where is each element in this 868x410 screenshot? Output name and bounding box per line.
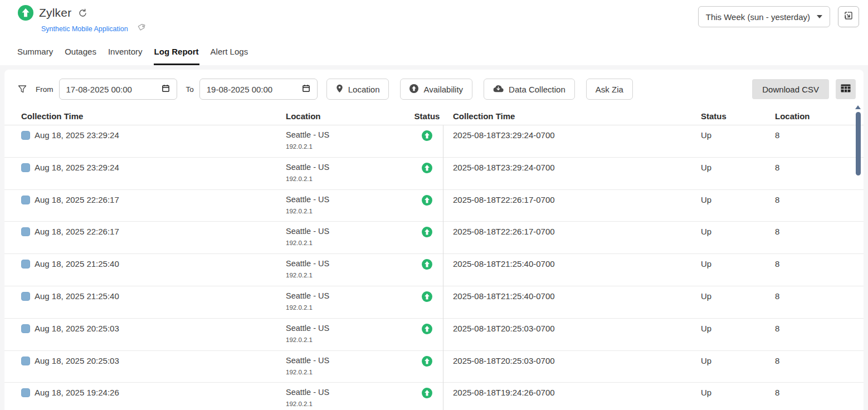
- row-iso-time: 2025-08-18T20:25:03-0700: [443, 356, 696, 383]
- ask-zia-button[interactable]: Ask Zia: [586, 79, 633, 100]
- row-status-text: Up: [696, 324, 771, 350]
- table-row: Aug 18, 2025 23:29:24 Seattle - US 192.0…: [4, 158, 864, 190]
- ask-zia-label: Ask Zia: [596, 85, 623, 94]
- row-time-cell: Aug 18, 2025 21:25:40: [21, 259, 286, 286]
- row-time-cell: Aug 18, 2025 22:26:17: [21, 227, 286, 253]
- header-collection-time-left: Collection Time: [21, 111, 286, 121]
- collection-time-value: Aug 18, 2025 19:24:26: [35, 388, 119, 397]
- row-location-value: 8: [771, 227, 864, 253]
- data-collection-filter-button[interactable]: Data Collection: [484, 79, 575, 100]
- row-location-cell: Seattle - US 192.0.2.1: [286, 324, 411, 350]
- to-datetime-input[interactable]: 19-08-2025 00:00: [199, 79, 318, 100]
- scroll-up-arrow-icon[interactable]: [855, 105, 861, 109]
- table-scrollbar: [855, 105, 861, 175]
- status-up-icon: [422, 388, 432, 410]
- tab-alert-logs[interactable]: Alert Logs: [210, 47, 249, 65]
- row-checkbox[interactable]: [21, 163, 30, 172]
- location-name: Seattle - US: [286, 259, 411, 268]
- row-location-value: 8: [771, 195, 864, 222]
- to-label: To: [186, 85, 194, 94]
- row-checkbox[interactable]: [21, 388, 30, 397]
- location-name: Seattle - US: [286, 356, 411, 365]
- calendar-icon[interactable]: [162, 84, 170, 94]
- row-checkbox[interactable]: [21, 131, 30, 140]
- to-datetime-value: 19-08-2025 00:00: [207, 85, 272, 94]
- row-status-cell: [411, 291, 443, 318]
- popout-button[interactable]: [838, 6, 859, 27]
- row-checkbox[interactable]: [21, 227, 30, 236]
- collection-time-value: Aug 18, 2025 23:29:24: [35, 130, 119, 140]
- up-arrow-circle-icon: [409, 84, 418, 95]
- row-location-value: 8: [771, 356, 864, 383]
- tab-inventory[interactable]: Inventory: [108, 47, 143, 65]
- availability-filter-button[interactable]: Availability: [400, 79, 472, 100]
- header-collection-time-right: Collection Time: [443, 111, 696, 121]
- row-checkbox[interactable]: [21, 260, 30, 269]
- table-header-row: Collection Time Location Status Collecti…: [4, 107, 864, 125]
- log-report-card: From 17-08-2025 00:00 To 19-08-2025 00:0…: [4, 70, 864, 410]
- location-ip: 192.0.2.1: [286, 336, 411, 343]
- monitor-status-up-icon: [18, 5, 33, 21]
- row-location-cell: Seattle - US 192.0.2.1: [286, 227, 411, 253]
- row-time-cell: Aug 18, 2025 20:25:03: [21, 324, 286, 350]
- location-ip: 192.0.2.1: [286, 175, 411, 182]
- monitor-type-link[interactable]: Synthetic Mobile Application: [41, 25, 128, 33]
- row-location-value: 8: [771, 130, 864, 157]
- location-ip: 192.0.2.1: [286, 401, 411, 407]
- collection-time-value: Aug 18, 2025 21:25:40: [35, 259, 119, 269]
- filter-funnel-icon[interactable]: [18, 85, 27, 94]
- location-name: Seattle - US: [286, 388, 411, 397]
- row-location-cell: Seattle - US 192.0.2.1: [286, 291, 411, 318]
- location-ip: 192.0.2.1: [286, 272, 411, 279]
- time-range-dropdown[interactable]: This Week (sun - yesterday): [698, 6, 830, 27]
- row-location-value: 8: [771, 291, 864, 318]
- status-up-icon: [422, 130, 432, 157]
- from-datetime-input[interactable]: 17-08-2025 00:00: [59, 79, 177, 100]
- tab-summary[interactable]: Summary: [17, 47, 53, 65]
- location-filter-button[interactable]: Location: [326, 79, 389, 100]
- location-ip: 192.0.2.1: [286, 143, 411, 150]
- table-row: Aug 18, 2025 21:25:40 Seattle - US 192.0…: [4, 286, 864, 319]
- row-checkbox[interactable]: [21, 196, 30, 204]
- data-collection-filter-label: Data Collection: [509, 85, 565, 94]
- collection-time-value: Aug 18, 2025 22:26:17: [35, 227, 119, 236]
- table-row: Aug 18, 2025 23:29:24 Seattle - US 192.0…: [4, 125, 864, 158]
- row-location-cell: Seattle - US 192.0.2.1: [286, 163, 411, 189]
- location-ip: 192.0.2.1: [286, 304, 411, 311]
- status-up-icon: [422, 291, 432, 318]
- row-checkbox[interactable]: [21, 324, 30, 333]
- row-iso-time: 2025-08-18T22:26:17-0700: [443, 195, 696, 222]
- content-background: From 17-08-2025 00:00 To 19-08-2025 00:0…: [0, 65, 868, 410]
- row-status-text: Up: [696, 388, 771, 410]
- from-label: From: [36, 85, 53, 94]
- row-status-text: Up: [696, 291, 771, 318]
- row-checkbox[interactable]: [21, 292, 30, 301]
- row-location-value: 8: [771, 163, 864, 189]
- row-status-cell: [411, 324, 443, 350]
- table-row: Aug 18, 2025 22:26:17 Seattle - US 192.0…: [4, 222, 864, 254]
- collection-time-value: Aug 18, 2025 23:29:24: [35, 163, 119, 172]
- location-name: Seattle - US: [286, 195, 411, 204]
- table-row: Aug 18, 2025 20:25:03 Seattle - US 192.0…: [4, 351, 864, 383]
- row-status-text: Up: [696, 259, 771, 286]
- tab-outages[interactable]: Outages: [64, 47, 97, 65]
- status-up-icon: [422, 356, 432, 383]
- column-chooser-button[interactable]: [836, 79, 856, 99]
- row-status-text: Up: [696, 163, 771, 189]
- location-ip: 192.0.2.1: [286, 369, 411, 375]
- download-csv-button[interactable]: Download CSV: [752, 79, 829, 99]
- cloud-download-icon: [493, 85, 504, 94]
- map-pin-icon: [336, 84, 343, 95]
- tab-log-report[interactable]: Log Report: [154, 47, 199, 65]
- scrollbar-thumb[interactable]: [856, 112, 861, 175]
- availability-filter-label: Availability: [423, 85, 463, 94]
- tag-icon[interactable]: [137, 23, 145, 34]
- row-location-cell: Seattle - US 192.0.2.1: [286, 259, 411, 286]
- row-location-value: 8: [771, 259, 864, 286]
- location-filter-label: Location: [348, 85, 380, 94]
- collection-time-value: Aug 18, 2025 21:25:40: [35, 291, 119, 301]
- calendar-icon[interactable]: [302, 84, 310, 94]
- refresh-icon[interactable]: [78, 8, 87, 18]
- table-row: Aug 18, 2025 21:25:40 Seattle - US 192.0…: [4, 254, 864, 286]
- row-checkbox[interactable]: [21, 357, 30, 365]
